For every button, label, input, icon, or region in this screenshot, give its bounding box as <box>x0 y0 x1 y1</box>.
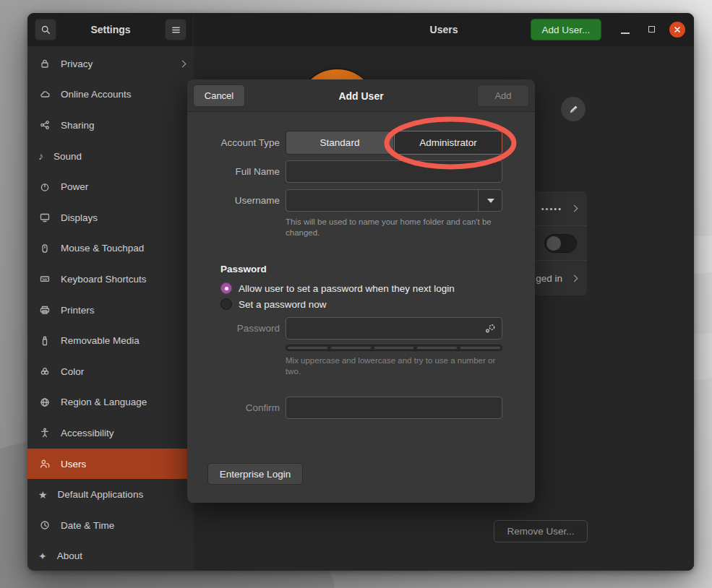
password-field-label: Password <box>187 323 280 334</box>
sidebar-item-default-applications[interactable]: ★ Default Applications <box>27 479 194 510</box>
enterprise-login-button[interactable]: Enterprise Login <box>207 463 303 485</box>
username-label: Username <box>187 195 280 206</box>
username-input[interactable] <box>286 189 502 212</box>
search-icon <box>40 25 51 35</box>
titlebar-left: Settings <box>27 13 194 46</box>
add-user-button[interactable]: Add User... <box>531 19 601 40</box>
sidebar: Privacy Online Accounts Sharing ♪ Sound … <box>27 46 194 571</box>
chevron-right-icon <box>571 274 578 282</box>
minimize-button[interactable] <box>621 33 630 34</box>
account-type-label: Account Type <box>187 137 280 148</box>
sparkle-icon: ✦ <box>38 551 47 561</box>
sidebar-item-region-language[interactable]: Region & Language <box>27 387 194 418</box>
radio-option-set-now[interactable]: Set a password now <box>220 298 327 311</box>
cancel-button[interactable]: Cancel <box>193 85 245 107</box>
clock-icon <box>38 519 51 532</box>
lock-icon <box>38 58 51 70</box>
strength-segment <box>459 345 502 350</box>
sidebar-item-users[interactable]: Users <box>27 449 194 480</box>
password-section-heading: Password <box>220 264 267 274</box>
sidebar-item-mouse-touchpad[interactable]: Mouse & Touchpad <box>27 233 194 264</box>
radio-selected-icon[interactable] <box>220 282 232 294</box>
chevron-right-icon <box>571 205 578 212</box>
sidebar-item-sharing[interactable]: Sharing <box>27 110 194 141</box>
password-hint: Mix uppercase and lowercase and try to u… <box>286 355 501 377</box>
pencil-icon <box>568 104 579 115</box>
username-hint: This will be used to name your home fold… <box>286 217 501 238</box>
desktop: Settings Users Add User... Privacy <box>0 0 712 588</box>
color-circles-icon <box>38 366 51 378</box>
password-input[interactable] <box>286 317 502 340</box>
titlebar-right: Users Add User... <box>194 13 694 46</box>
sidebar-item-displays[interactable]: Displays <box>27 202 194 233</box>
administrator-option-button[interactable]: Administrator <box>394 131 502 155</box>
mouse-icon <box>38 242 51 254</box>
full-name-input[interactable] <box>286 160 502 183</box>
password-strength-meter <box>286 345 502 351</box>
remove-user-button[interactable]: Remove User... <box>494 520 588 542</box>
sidebar-item-keyboard-shortcuts[interactable]: Keyboard Shortcuts <box>27 264 194 295</box>
strength-segment <box>373 345 416 350</box>
cloud-icon <box>38 88 51 100</box>
add-user-dialog: Add User Cancel Add Account Type Standar… <box>187 79 535 503</box>
username-dropdown-button[interactable] <box>478 189 502 212</box>
titlebar: Settings Users Add User... <box>27 13 694 46</box>
maximize-button[interactable] <box>648 26 655 33</box>
star-icon: ★ <box>38 490 48 500</box>
automatic-login-toggle[interactable] <box>544 234 577 253</box>
strength-segment <box>286 345 330 350</box>
strength-segment <box>330 345 373 350</box>
globe-icon <box>38 396 51 408</box>
toggle-knob <box>546 236 561 251</box>
generate-password-icon[interactable] <box>483 321 497 336</box>
music-note-icon: ♪ <box>38 151 43 161</box>
keyboard-icon <box>38 273 51 285</box>
radio-unselected-icon[interactable] <box>220 298 232 310</box>
dialog-header: Add User Cancel Add <box>187 79 535 112</box>
sidebar-item-removable-media[interactable]: Removable Media <box>27 325 194 356</box>
full-name-field-wrap <box>286 160 502 183</box>
power-icon <box>38 181 51 193</box>
sidebar-item-privacy[interactable]: Privacy <box>27 48 194 79</box>
password-field-wrap <box>286 317 502 340</box>
confirm-input[interactable] <box>286 397 502 419</box>
hamburger-menu-button[interactable] <box>165 19 186 40</box>
last-login-text: ged in <box>536 273 562 284</box>
users-icon <box>38 458 51 470</box>
page-title: Users <box>194 13 694 46</box>
display-icon <box>38 212 51 224</box>
edit-avatar-button[interactable] <box>561 97 586 121</box>
confirm-label: Confirm <box>187 402 280 413</box>
sidebar-item-color[interactable]: Color <box>27 356 194 387</box>
confirm-field-wrap <box>286 397 502 419</box>
sidebar-item-online-accounts[interactable]: Online Accounts <box>27 79 194 111</box>
usb-drive-icon <box>38 334 51 347</box>
sidebar-item-printers[interactable]: Printers <box>27 295 194 326</box>
chevron-down-icon <box>487 199 494 203</box>
sidebar-item-accessibility[interactable]: Accessibility <box>27 418 194 449</box>
hamburger-icon <box>171 25 181 35</box>
settings-window: Settings Users Add User... Privacy <box>27 13 694 571</box>
sidebar-item-sound[interactable]: ♪ Sound <box>27 141 194 172</box>
share-icon <box>38 119 51 131</box>
accessibility-icon <box>38 427 51 439</box>
add-button[interactable]: Add <box>477 85 529 107</box>
chevron-right-icon <box>179 60 186 67</box>
app-title: Settings <box>56 24 165 35</box>
username-field-wrap <box>286 189 502 212</box>
close-icon <box>674 26 681 33</box>
search-button[interactable] <box>35 19 56 40</box>
password-dots: ••••• <box>541 204 562 213</box>
account-type-toggle: Standard Administrator <box>286 131 502 155</box>
radio-option-next-login[interactable]: Allow user to set a password when they n… <box>220 282 455 295</box>
sidebar-item-about[interactable]: ✦ About <box>27 541 194 571</box>
sidebar-item-date-time[interactable]: Date & Time <box>27 510 194 541</box>
full-name-label: Full Name <box>187 166 280 177</box>
printer-icon <box>38 304 51 316</box>
sidebar-item-power[interactable]: Power <box>27 171 194 202</box>
close-button[interactable] <box>669 22 685 38</box>
standard-option-button[interactable]: Standard <box>286 131 394 155</box>
strength-segment <box>416 345 459 350</box>
